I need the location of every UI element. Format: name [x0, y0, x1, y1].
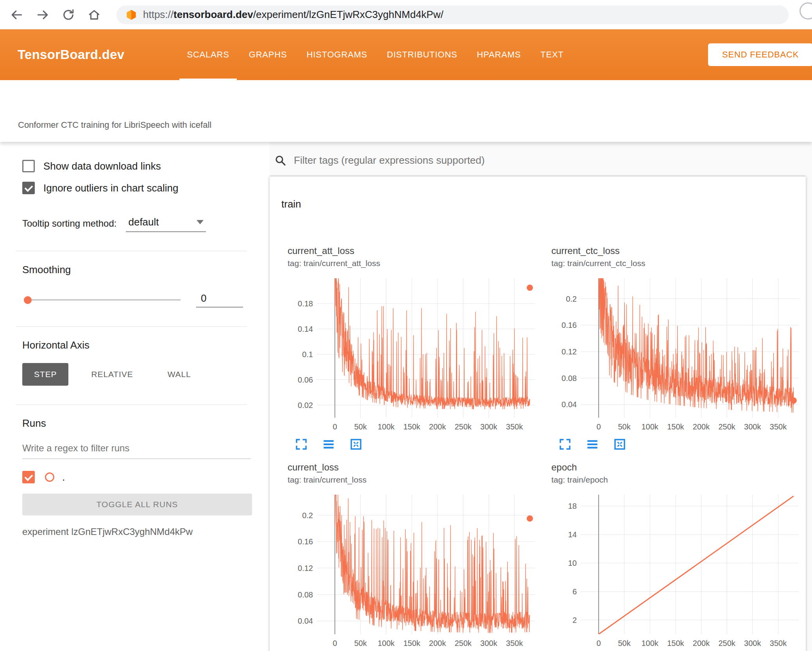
scalar-chart-canvas[interactable]: 0.020.060.10.140.18050k100k150k200k250k3…	[288, 271, 544, 435]
svg-text:150k: 150k	[403, 639, 420, 647]
scalar-chart-canvas[interactable]: 26101418050k100k150k200k250k300k350k	[551, 488, 807, 651]
svg-text:0.02: 0.02	[298, 401, 313, 410]
svg-text:0.12: 0.12	[562, 347, 577, 356]
run-row: .	[22, 471, 270, 483]
svg-text:100k: 100k	[642, 422, 659, 431]
svg-text:350k: 350k	[506, 639, 523, 647]
svg-text:350k: 350k	[506, 422, 523, 431]
brand-logo: TensorBoard.dev	[18, 47, 124, 62]
expand-chart-icon[interactable]	[558, 438, 572, 451]
top-nav: SCALARS GRAPHS HISTOGRAMS DISTRIBUTIONS …	[177, 29, 573, 80]
svg-text:200k: 200k	[693, 639, 710, 647]
ignore-outliers-checkbox[interactable]	[22, 182, 35, 194]
filter-tags-input[interactable]	[294, 154, 804, 166]
svg-text:10: 10	[568, 559, 577, 567]
browser-toolbar: https://tensorboard.dev/experiment/lzGnE…	[0, 0, 812, 29]
chart-block-current-att-loss: current_att_loss tag: train/current_att_…	[288, 245, 551, 451]
show-download-row: Show data download links	[22, 160, 270, 172]
tooltip-sorting-select[interactable]: default	[126, 216, 206, 232]
tab-distributions[interactable]: DISTRIBUTIONS	[377, 29, 467, 80]
svg-text:0.06: 0.06	[298, 376, 313, 384]
svg-text:250k: 250k	[719, 639, 736, 647]
url-path: /experiment/lzGnETjwRxC3yghNMd4kPw/	[253, 9, 444, 20]
settings-sidebar: Show data download links Ignore outliers…	[0, 142, 270, 651]
svg-text:100k: 100k	[378, 639, 395, 647]
run-checkbox[interactable]	[22, 471, 35, 483]
svg-text:50k: 50k	[354, 422, 367, 431]
expand-chart-icon[interactable]	[295, 438, 308, 451]
smoothing-value-input[interactable]: 0	[196, 292, 243, 308]
svg-text:0.2: 0.2	[302, 511, 313, 520]
chart-block-epoch: epoch tag: train/epoch 26101418050k100k1…	[551, 462, 812, 651]
scalar-chart-canvas[interactable]: 0.040.080.120.160.2050k100k150k200k250k3…	[551, 271, 807, 435]
divider	[16, 404, 247, 405]
tab-scalars[interactable]: SCALARS	[177, 29, 239, 80]
toggle-all-runs-button[interactable]: TOGGLE ALL RUNS	[22, 494, 252, 515]
tab-text[interactable]: TEXT	[531, 29, 573, 80]
chart-toolbar	[295, 438, 551, 451]
chart-toolbar	[558, 438, 812, 451]
address-bar[interactable]: https://tensorboard.dev/experiment/lzGnE…	[116, 5, 789, 24]
app-header: TensorBoard.dev SCALARS GRAPHS HISTOGRAM…	[0, 29, 812, 80]
svg-text:300k: 300k	[744, 639, 761, 647]
ignore-outliers-row: Ignore outliers in chart scaling	[22, 182, 270, 194]
tab-histograms[interactable]: HISTOGRAMS	[297, 29, 377, 80]
chart-tag: tag: train/current_att_loss	[288, 259, 551, 268]
smoothing-slider-thumb[interactable]	[24, 296, 32, 304]
chart-title: current_att_loss	[288, 245, 551, 256]
home-icon[interactable]	[88, 8, 101, 21]
section-title[interactable]: train	[270, 176, 806, 210]
chart-tag: tag: train/current_ctc_loss	[551, 259, 812, 268]
tensorboard-favicon	[126, 9, 137, 20]
axis-step-button[interactable]: STEP	[22, 363, 68, 386]
axis-wall-button[interactable]: WALL	[156, 363, 203, 386]
divider	[16, 326, 247, 327]
svg-text:100k: 100k	[642, 639, 659, 647]
send-feedback-button[interactable]: SEND FEEDBACK	[708, 43, 812, 66]
chart-tag: tag: train/current_loss	[288, 475, 551, 485]
fit-domain-icon[interactable]	[349, 438, 363, 451]
svg-text:100k: 100k	[378, 422, 395, 431]
svg-text:0: 0	[596, 422, 601, 431]
svg-text:0.1: 0.1	[302, 350, 313, 359]
fit-domain-icon[interactable]	[613, 438, 626, 451]
scalar-chart-canvas[interactable]: 0.040.080.120.160.2050k100k150k200k250k3…	[288, 488, 544, 651]
experiment-title: Conformer CTC training for LibriSpeech w…	[18, 120, 211, 130]
main-content: train current_att_loss tag: train/curren…	[270, 142, 812, 651]
svg-text:0: 0	[333, 639, 337, 647]
svg-text:0.2: 0.2	[566, 295, 577, 303]
svg-text:0.04: 0.04	[562, 400, 577, 409]
profile-avatar[interactable]	[799, 2, 812, 20]
smoothing-slider[interactable]	[26, 299, 181, 300]
svg-text:300k: 300k	[480, 422, 497, 431]
svg-text:0.16: 0.16	[562, 321, 577, 329]
svg-text:6: 6	[572, 587, 577, 596]
charts-grid: current_att_loss tag: train/current_att_…	[270, 245, 806, 651]
svg-text:18: 18	[568, 502, 577, 510]
back-icon[interactable]	[10, 8, 23, 21]
filter-tags-row	[270, 142, 806, 176]
tab-graphs[interactable]: GRAPHS	[239, 29, 297, 80]
axis-relative-button[interactable]: RELATIVE	[79, 363, 145, 386]
tooltip-sorting-value: default	[128, 216, 159, 228]
svg-text:200k: 200k	[429, 639, 446, 647]
svg-text:150k: 150k	[667, 422, 684, 431]
horizontal-axis-buttons: STEP RELATIVE WALL	[22, 363, 270, 386]
data-table-icon[interactable]	[322, 438, 335, 451]
show-download-checkbox[interactable]	[22, 160, 35, 172]
svg-text:200k: 200k	[429, 422, 446, 431]
data-table-icon[interactable]	[586, 438, 599, 451]
chart-block-current-loss: current_loss tag: train/current_loss 0.0…	[288, 462, 551, 651]
svg-text:2: 2	[572, 616, 577, 624]
svg-text:0.12: 0.12	[298, 564, 313, 572]
forward-icon[interactable]	[36, 8, 49, 21]
show-download-label: Show data download links	[43, 160, 161, 172]
svg-text:250k: 250k	[455, 639, 472, 647]
reload-icon[interactable]	[62, 8, 75, 21]
svg-text:350k: 350k	[770, 639, 787, 647]
svg-text:50k: 50k	[618, 639, 631, 647]
tab-hparams[interactable]: HPARAMS	[467, 29, 531, 80]
tooltip-sorting-row: Tooltip sorting method: default	[22, 216, 270, 232]
svg-text:0: 0	[596, 639, 601, 647]
runs-filter-input[interactable]	[22, 440, 251, 459]
